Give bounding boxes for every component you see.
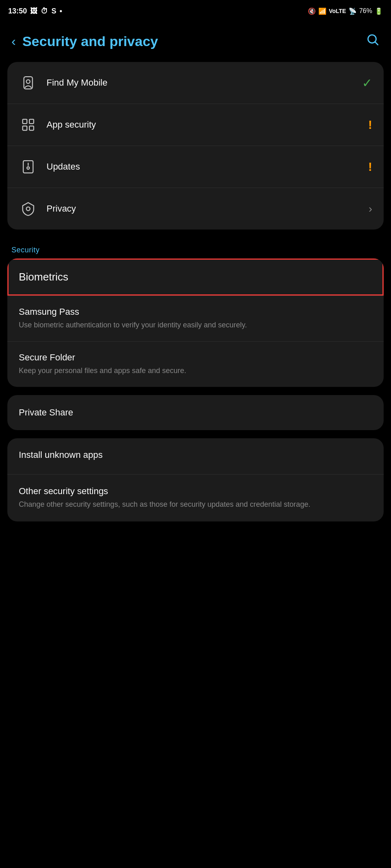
svg-point-9 (27, 167, 29, 169)
svg-rect-6 (23, 126, 27, 130)
samsung-pass-description: Use biometric authentication to verify y… (19, 320, 372, 331)
status-right: 🔇 📶 VoLTE 📡 76% 🔋 (308, 7, 383, 15)
svg-rect-7 (29, 126, 34, 130)
status-left: 13:50 🖼 ⏱ S • (8, 7, 62, 15)
page-title: Security and privacy (22, 33, 158, 49)
app-security-icon (19, 115, 38, 134)
svg-point-0 (368, 35, 376, 43)
private-share-card[interactable]: Private Share (7, 395, 384, 430)
svg-point-10 (27, 207, 30, 211)
secure-folder-item[interactable]: Secure Folder Keep your personal files a… (7, 342, 384, 387)
privacy-icon (19, 199, 38, 218)
clock-icon: ⏱ (41, 7, 48, 15)
app-security-status: ! (368, 118, 372, 132)
battery-icon: 🔋 (375, 7, 383, 15)
app-security-left: App security (19, 115, 96, 134)
secure-folder-description: Keep your personal files and apps safe a… (19, 365, 372, 376)
find-mobile-icon (19, 73, 38, 92)
biometrics-card: Biometrics Samsung Pass Use biometric au… (7, 258, 384, 387)
app-security-item[interactable]: App security ! (7, 104, 384, 146)
updates-icon (19, 157, 38, 176)
search-button[interactable] (366, 33, 380, 50)
privacy-label: Privacy (47, 203, 76, 214)
privacy-left: Privacy (19, 199, 76, 218)
battery-display: 76% (359, 7, 372, 15)
samsung-pass-title: Samsung Pass (19, 307, 372, 317)
status-bar: 13:50 🖼 ⏱ S • 🔇 📶 VoLTE 📡 76% 🔋 (0, 0, 391, 20)
find-my-mobile-status: ✓ (362, 76, 372, 90)
svg-rect-4 (23, 119, 27, 124)
wifi-icon: 📶 (318, 7, 327, 15)
updates-label: Updates (47, 161, 80, 172)
updates-item[interactable]: Updates ! (7, 146, 384, 188)
mute-icon: 🔇 (308, 7, 316, 15)
other-security-description: Change other security settings, such as … (19, 499, 372, 510)
header-left: ‹ Security and privacy (11, 33, 158, 49)
svg-rect-5 (29, 119, 34, 124)
install-unknown-item[interactable]: Install unknown apps (7, 438, 384, 475)
svg-line-1 (375, 42, 378, 45)
privacy-item[interactable]: Privacy › (7, 188, 384, 230)
private-share-label: Private Share (19, 407, 73, 417)
find-my-mobile-label: Find My Mobile (47, 77, 107, 88)
lte-icon: VoLTE (329, 8, 346, 14)
updates-left: Updates (19, 157, 80, 176)
time-display: 13:50 (8, 7, 27, 15)
security-section-label: Security (0, 238, 391, 258)
biometrics-label: Biometrics (19, 271, 68, 283)
find-my-mobile-left: Find My Mobile (19, 73, 107, 92)
biometrics-item[interactable]: Biometrics (7, 258, 384, 296)
install-unknown-title: Install unknown apps (19, 450, 372, 460)
other-security-item[interactable]: Other security settings Change other sec… (7, 475, 384, 521)
svg-point-3 (27, 80, 30, 84)
other-security-title: Other security settings (19, 486, 372, 497)
signal-icon: 📡 (349, 7, 357, 15)
s-icon: S (51, 7, 56, 15)
photo-icon: 🖼 (30, 7, 38, 15)
quick-items-card: Find My Mobile ✓ App security ! (7, 62, 384, 230)
back-button[interactable]: ‹ (11, 35, 16, 48)
app-security-label: App security (47, 119, 96, 130)
bottom-security-card: Install unknown apps Other security sett… (7, 438, 384, 521)
page-header: ‹ Security and privacy (0, 20, 391, 62)
secure-folder-title: Secure Folder (19, 352, 372, 363)
privacy-chevron: › (369, 203, 372, 215)
updates-status: ! (368, 160, 372, 174)
samsung-pass-item[interactable]: Samsung Pass Use biometric authenticatio… (7, 296, 384, 342)
find-my-mobile-item[interactable]: Find My Mobile ✓ (7, 62, 384, 104)
dot-icon: • (60, 7, 62, 15)
